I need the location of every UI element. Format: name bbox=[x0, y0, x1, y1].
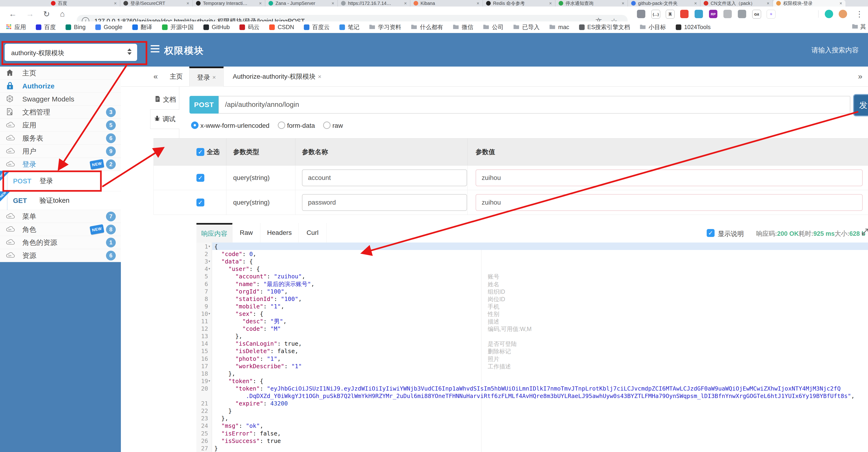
fold-caret-icon[interactable]: ▾ bbox=[209, 259, 210, 263]
tab-close-icon[interactable]: × bbox=[476, 1, 479, 6]
shield-extension-icon[interactable] bbox=[738, 10, 746, 18]
colorwheel-extension-icon[interactable] bbox=[680, 10, 688, 18]
hamburger-icon[interactable] bbox=[151, 45, 159, 54]
bookmark-item[interactable]: 翻译 bbox=[132, 23, 152, 31]
param-value-input[interactable]: zuihou bbox=[475, 194, 863, 211]
browser-tab[interactable]: 停水通知查询× bbox=[555, 0, 628, 6]
gitzip-extension-icon[interactable]: Git bbox=[752, 10, 761, 19]
bookmark-item[interactable]: 小目标 bbox=[640, 23, 666, 31]
open-doc-tab[interactable]: 主页 bbox=[165, 66, 187, 87]
param-name-input[interactable]: password bbox=[302, 194, 467, 211]
browser-tab[interactable]: 登录/SecureCRT× bbox=[120, 0, 193, 6]
bookmark-item[interactable]: 笔记 bbox=[339, 23, 360, 31]
tab-close-icon[interactable]: × bbox=[259, 1, 262, 6]
bookmark-item[interactable]: 学习资料 bbox=[369, 23, 401, 31]
bookmark-item[interactable]: 1024Tools bbox=[676, 24, 711, 30]
param-row-checkbox[interactable]: ✓ bbox=[196, 174, 204, 182]
collapse-sidebar-icon[interactable]: « bbox=[153, 72, 158, 81]
tab-close-icon[interactable]: × bbox=[332, 1, 334, 6]
ring-extension-icon[interactable] bbox=[723, 10, 732, 18]
fold-caret-icon[interactable]: ▾ bbox=[209, 267, 210, 271]
en-switch-extension-icon[interactable]: 英 bbox=[666, 10, 675, 19]
tab-close-icon[interactable]: × bbox=[404, 1, 407, 6]
sidebar-item-Authorize[interactable]: Authorize bbox=[0, 80, 121, 93]
tab-close-icon[interactable]: × bbox=[549, 1, 552, 6]
browser-tab[interactable]: 百度× bbox=[48, 0, 120, 6]
param-row-checkbox[interactable]: ✓ bbox=[196, 199, 204, 206]
global-search-input[interactable]: 请输入搜索内容 bbox=[811, 46, 859, 55]
bookmark-item[interactable]: CSDN bbox=[269, 24, 294, 30]
browser-tab[interactable]: Zana - JumpServer× bbox=[265, 0, 338, 6]
doc-tab-close-icon[interactable]: × bbox=[318, 73, 321, 80]
content-type-radio-form-data[interactable] bbox=[278, 121, 285, 129]
param-value-input[interactable]: zuihou bbox=[475, 169, 863, 186]
open-doc-tab[interactable]: 登录× bbox=[189, 66, 224, 87]
bookmarks-overflow[interactable]: 其 bbox=[850, 23, 866, 30]
show-description-checkbox[interactable]: ✓ bbox=[707, 229, 715, 237]
tab-close-icon[interactable]: × bbox=[767, 1, 769, 6]
browser-tab[interactable]: github-pack-文件夹× bbox=[628, 0, 701, 6]
sidebar-item-Swagger Models[interactable]: Swagger Models bbox=[0, 93, 121, 106]
sidebar-item-菜单[interactable]: API菜单7 bbox=[0, 210, 121, 223]
browser-tab[interactable]: Temporary Interacti…× bbox=[193, 0, 265, 6]
bookmark-item[interactable]: GitHub bbox=[204, 24, 230, 30]
rail-tab-调试[interactable]: 调试 bbox=[150, 109, 180, 129]
teal-extension-icon[interactable] bbox=[825, 10, 833, 18]
bookmark-item[interactable]: ES搜索引擎文档 bbox=[579, 23, 630, 31]
tab-close-icon[interactable]: × bbox=[839, 1, 842, 6]
browser-menu-icon[interactable]: ⋮ bbox=[856, 9, 863, 19]
doc-tab-close-icon[interactable]: × bbox=[212, 74, 216, 81]
sidebar-item-角色[interactable]: API角色NEW8 bbox=[0, 223, 121, 236]
rail-tab-文档[interactable]: 文档 bbox=[154, 93, 177, 107]
fold-caret-icon[interactable]: ▾ bbox=[209, 379, 210, 383]
sidebar-item-资源[interactable]: API资源6 bbox=[0, 249, 121, 262]
forward-icon[interactable]: → bbox=[26, 9, 34, 19]
sidebar-item-应用[interactable]: API应用5 bbox=[0, 119, 121, 132]
content-type-radio-x-www-form-urlencoded[interactable] bbox=[191, 121, 198, 129]
response-tab-响应内容[interactable]: 响应内容 bbox=[196, 223, 232, 243]
sidebar-item-服务表[interactable]: API服务表6 bbox=[0, 132, 121, 145]
response-tab-Headers[interactable]: Headers bbox=[260, 223, 299, 243]
open-doc-tab[interactable]: Authorize-authority-权限模块× bbox=[226, 66, 328, 87]
response-tab-Curl[interactable]: Curl bbox=[299, 223, 327, 243]
select-all-checkbox[interactable]: ✓ bbox=[196, 148, 204, 156]
bookmark-item[interactable]: 已导入 bbox=[513, 23, 539, 31]
fold-caret-icon[interactable]: ▾ bbox=[209, 245, 210, 248]
content-type-radio-raw[interactable] bbox=[323, 121, 331, 129]
back-icon[interactable]: ← bbox=[9, 9, 17, 19]
bookmark-item[interactable]: 什么都有 bbox=[411, 23, 443, 31]
module-select[interactable]: authority-权限模块 bbox=[5, 44, 137, 61]
expand-response-icon[interactable] bbox=[861, 228, 868, 237]
globe-extension-icon[interactable] bbox=[694, 10, 703, 18]
reload-icon[interactable]: ↻ bbox=[43, 9, 50, 19]
browser-tab[interactable]: 权限模块-登录× bbox=[773, 0, 845, 6]
tab-close-icon[interactable]: × bbox=[694, 1, 697, 6]
bookmark-item[interactable]: 公司 bbox=[483, 23, 503, 31]
bookmark-item[interactable]: 码云 bbox=[240, 23, 259, 31]
sidebar-item-登录[interactable]: API登录NEW2 bbox=[0, 158, 121, 171]
tab-close-icon[interactable]: × bbox=[114, 1, 117, 6]
bookmark-item[interactable]: 微信 bbox=[453, 23, 473, 31]
fold-caret-icon[interactable]: ▾ bbox=[209, 312, 210, 315]
send-request-button[interactable]: 发 bbox=[853, 94, 868, 116]
browser-tab[interactable]: https://172.16.7.14…× bbox=[338, 0, 410, 6]
tab-close-icon[interactable]: × bbox=[622, 1, 624, 6]
sidebar-item-用户[interactable]: API用户9 bbox=[0, 145, 121, 158]
tabs-overflow-icon[interactable]: » bbox=[858, 72, 862, 81]
bookmark-item[interactable]: 应用 bbox=[6, 23, 26, 31]
bookmark-item[interactable]: Google bbox=[95, 24, 123, 30]
axure-rp-extension-icon[interactable]: RP bbox=[709, 10, 717, 18]
home-icon[interactable]: ⌂ bbox=[60, 9, 65, 19]
bookmark-item[interactable]: mac bbox=[549, 24, 569, 30]
sidebar-operation-GET[interactable]: NEWGET验证token bbox=[0, 191, 121, 210]
notes-extension-icon[interactable] bbox=[637, 10, 645, 18]
tab-close-icon[interactable]: × bbox=[186, 1, 189, 6]
sidebar-operation-POST[interactable]: NEWPOST登录 bbox=[0, 171, 121, 191]
json-extension-icon[interactable]: {…} bbox=[651, 10, 660, 19]
browser-tab[interactable]: CN文件送入（pack）× bbox=[701, 0, 773, 6]
bookmark-item[interactable]: 百度云 bbox=[304, 23, 330, 31]
param-name-input[interactable]: account bbox=[302, 169, 467, 186]
browser-tab[interactable]: Kibana× bbox=[410, 0, 483, 6]
sidebar-item-文档管理[interactable]: 文档管理3 bbox=[0, 106, 121, 119]
response-tab-Raw[interactable]: Raw bbox=[232, 223, 260, 243]
